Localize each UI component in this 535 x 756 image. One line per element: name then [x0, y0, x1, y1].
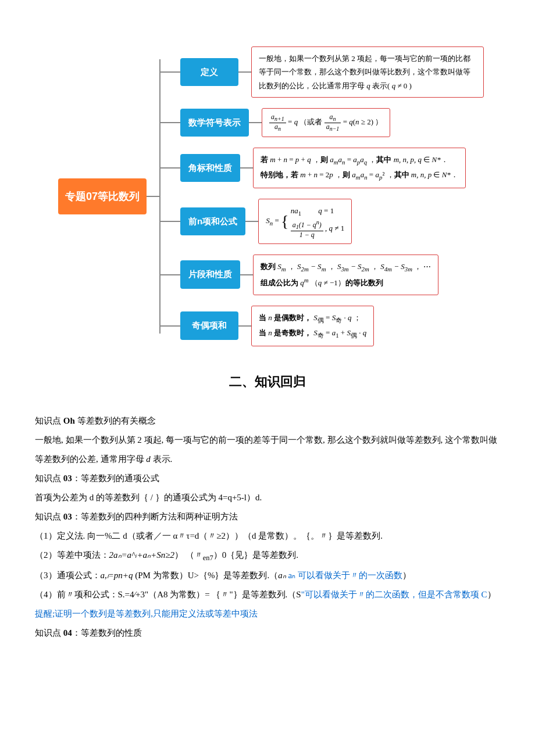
kp01-text: 一般地, 如果一个数列从第 2 项起, 每一项与它的前一项的差等于同一个常数, …	[35, 431, 500, 469]
diagram-connector	[147, 196, 159, 197]
branch-content: 一般地，如果一个数列从第 2 项起，每一项与它的前一项的比都等于同一个常数，那么…	[251, 46, 484, 98]
kp03-label: 知识点 03：等差数列的四种判断方法和两种证明方法	[35, 507, 500, 526]
branch-label: 数学符号表示	[180, 109, 249, 137]
branch-label: 奇偶项和	[180, 311, 238, 340]
diagram-root: 专题07等比数列	[58, 178, 147, 214]
kp03-item1: （1）定义法. 向一%二 d（或者／一 α〃τ=d（〃≥2））（d 是常数）。｛…	[35, 526, 500, 546]
kp03-item3-blue: aₙ 可以看做关于〃的一次函数	[288, 571, 402, 580]
kp03-item3: （3）通项公式：a,ₗ=pn+q (PM 为常数）U>｛%｝是等差数列.（aₙ …	[35, 566, 500, 585]
diagram-branches: 定义 一般地，如果一个数列从第 2 项起，每一项与它的前一项的比都等于同一个常数…	[160, 46, 484, 346]
kp01-bold: Oh	[63, 416, 75, 425]
kp03-item4: （4）前〃项和公式：S.=4∕+3"（A8 为常数）= ｛〃"｝是等差数列.（S…	[35, 585, 500, 604]
kp03-item2: （2）等差中项法：2aₙ=a^ᵢ+aₙ+Sn≥2） （〃en7）0｛见｝是等差数…	[35, 546, 500, 567]
branch-label: 定义	[180, 58, 238, 87]
kp02-text: 首项为公差为 d 的等差数列｛ / ｝的通项公式为 4=q+5-l）d.	[35, 488, 500, 507]
kp01-label: 知识点 Oh 等差数列的有关概念	[35, 411, 500, 431]
branch-segment-sum: 片段和性质 数列 Sm ， S2m − Sm ， S3m − S2m ， S4m…	[160, 255, 484, 295]
branch-content: 当 n 是偶数时， S偶 = S奇 · q ；当 n 是奇数时， S奇 = a1…	[251, 306, 374, 346]
branch-content: an+1an = q （或者 anan−1 = q(n ≥ 2) ）	[262, 108, 390, 137]
section-title: 二、知识回归	[35, 370, 500, 394]
branch-label: 角标和性质	[180, 154, 240, 182]
branch-content: 若 m + n = p + q ，则 aman = apaq ，其中 m, n,…	[253, 148, 466, 188]
kp02-label: 知识点 03：等差数列的通项公式	[35, 469, 500, 488]
diagram-trunk	[159, 46, 160, 346]
branch-index-sum: 角标和性质 若 m + n = p + q ，则 aman = apaq ，其中…	[160, 148, 484, 188]
branch-notation: 数学符号表示 an+1an = q （或者 anan−1 = q(n ≥ 2) …	[160, 108, 484, 137]
branch-content: 数列 Sm ， S2m − Sm ， S3m − S2m ， S4m − S3m…	[253, 255, 438, 295]
branch-content: Sn = { na1 q = 1a1(1 − qn)1 − q , q ≠ 1	[258, 199, 352, 244]
mind-map-diagram: 专题07等比数列 定义 一般地，如果一个数列从第 2 项起，每一项与它的前一项的…	[58, 46, 500, 346]
kp04-label: 知识点 04：等差数列的性质	[35, 624, 500, 643]
branch-definition: 定义 一般地，如果一个数列从第 2 项起，每一项与它的前一项的比都等于同一个常数…	[160, 46, 484, 98]
kp03-item4-blue: "可以看做关于〃的二次函数，但是不含常数项 C	[301, 590, 487, 599]
branch-sum-formula: 前n项和公式 Sn = { na1 q = 1a1(1 − qn)1 − q ,…	[160, 199, 484, 244]
branch-label: 前n项和公式	[180, 207, 245, 236]
kp-warning: 提醒;证明一个数列是等差数列,只能用定义法或等差中项法	[35, 604, 500, 624]
branch-label: 片段和性质	[180, 260, 240, 289]
branch-odd-even: 奇偶项和 当 n 是偶数时， S偶 = S奇 · q ；当 n 是奇数时， S奇…	[160, 306, 484, 346]
